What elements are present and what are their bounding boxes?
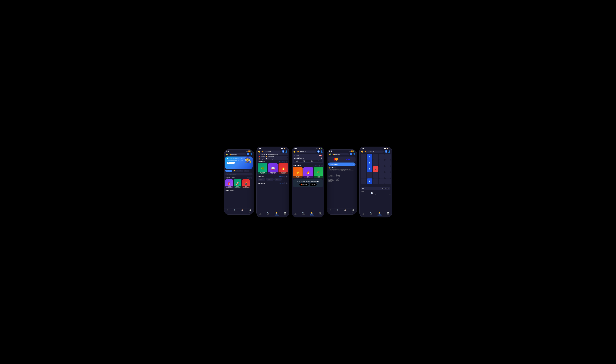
nav-sports-1[interactable]: ⚽ Sports (249, 209, 252, 213)
casino-item-5[interactable]: Game shows (328, 180, 335, 181)
mine-cell-19[interactable] (385, 172, 391, 178)
mine-cell-22[interactable] (373, 179, 378, 184)
provider-quickspin[interactable]: QUICKSPIN 44 Games (274, 178, 282, 181)
bonus-viewall[interactable]: View All (280, 161, 283, 162)
mine-cell-1[interactable]: 💎 (367, 154, 372, 160)
double-modifier-btn[interactable]: 2X (387, 188, 389, 189)
balance-pill-5[interactable]: 1.00320500 ▾ (364, 151, 384, 153)
prev-arrow-5[interactable]: ‹ (319, 165, 321, 167)
mine-cell-8[interactable] (379, 160, 385, 166)
search-bar-1[interactable]: 🔍 Search games (225, 173, 252, 175)
prev-arrow-4[interactable]: ‹ (283, 182, 285, 184)
casino-item-6[interactable]: Providers (328, 181, 335, 182)
table-games-viewall[interactable]: View All (315, 165, 318, 166)
avatar-icon-3[interactable]: 👤 (321, 150, 323, 153)
sports-item-4[interactable]: Rules (336, 179, 340, 180)
sports-item-5[interactable]: Bonuses (336, 180, 340, 181)
recent-item-1[interactable]: 🎮 Crazy Time 🃏 GoldenChipsGambling (258, 153, 288, 155)
google-pay-btn[interactable]: G G Pay (310, 183, 317, 186)
avatar-icon-2[interactable]: 👤 (285, 150, 288, 153)
original-games-viewall[interactable]: View All (244, 177, 248, 178)
provider-pragmatic[interactable]: PRAGMATIC 119 Games (258, 178, 265, 181)
recent-item-2[interactable]: 🍓 Fruit Party 👑 RoyalFlushKing (258, 156, 288, 158)
add-funds-button-2[interactable]: + (282, 150, 284, 153)
avatar-icon-1[interactable]: 👤 (250, 153, 252, 155)
sports-item-2[interactable]: Live sports (336, 176, 340, 177)
nav-search-2[interactable]: 🔍 Search (267, 212, 269, 216)
nav-menu-4[interactable]: ☰ Menu (329, 209, 332, 213)
game-card-mines[interactable]: 💣 Mines BitRoyale Originals (242, 179, 250, 188)
nav-search-4[interactable]: 🔍 Search (336, 209, 339, 213)
next-arrow-5[interactable]: › (321, 165, 323, 167)
mine-cell-3[interactable] (379, 154, 385, 160)
nav-menu-1[interactable]: ☰ Menu (226, 209, 228, 213)
game-card-roulette[interactable]: 🎯 Roullete BitRoyale Originals (225, 179, 233, 188)
casino-item-2[interactable]: Original games (328, 176, 335, 177)
nav-casino-3[interactable]: 🎰 Casino (310, 212, 314, 216)
mine-cell-23[interactable] (379, 179, 385, 184)
add-funds-button-1[interactable]: + (247, 153, 249, 156)
avatar-icon-5[interactable]: 👤 (388, 150, 391, 153)
add-funds-button-5[interactable]: + (385, 150, 387, 153)
prev-arrow-1[interactable]: ‹ (248, 177, 250, 179)
nav-sports-2[interactable]: ⚽ Sports (284, 212, 286, 216)
mine-cell-20[interactable] (361, 179, 366, 184)
live-sports-viewall[interactable]: View All (280, 183, 283, 184)
balance-pill-2[interactable]: 1.00320500 ▾ (261, 151, 281, 153)
bonus-card-book[interactable]: 📖 Book of Shadow Hazard City (268, 163, 278, 174)
provider-yggdrasil[interactable]: YGGDRASIL 22 Games (266, 178, 274, 181)
tab-popular[interactable]: ⭐ Popular (225, 170, 232, 172)
mine-cell-9[interactable] (385, 160, 391, 166)
nav-search-3[interactable]: 🔍 Search (302, 212, 305, 216)
game-card-tiki[interactable]: 🌴 TikiPop Yggdrasil (314, 167, 323, 178)
prev-arrow-3[interactable]: ‹ (283, 176, 285, 178)
nav-sports-4[interactable]: ⚽ Sports (352, 209, 354, 213)
mine-cell-0[interactable] (361, 154, 366, 160)
apple-pay-btn[interactable]: 🍎 Apple Pay (299, 183, 309, 186)
hero-readmore-button[interactable]: Read more › (227, 162, 235, 164)
bet-input-row[interactable]: 300 € ½ 2X (361, 187, 391, 190)
tab-live[interactable]: 📺 Live (244, 170, 249, 172)
game-card-inciner[interactable]: 🔥 Inciner Yggdrasil (303, 167, 313, 178)
mine-cell-13[interactable] (379, 166, 385, 172)
mine-cell-17[interactable] (373, 172, 378, 178)
casino-item-3[interactable]: Slots (328, 178, 335, 179)
odd-1[interactable]: 1 4.25 (294, 160, 301, 162)
nav-casino-1[interactable]: 🎰 Casino (240, 209, 244, 213)
nav-search-1[interactable]: 🔍 Search (233, 209, 236, 213)
nav-sports-5[interactable]: ⚽ Sports (387, 212, 389, 216)
odd-2[interactable]: 2 1.60 (308, 160, 315, 162)
mine-cell-7[interactable] (373, 160, 378, 166)
casino-item-1[interactable]: All Games (328, 175, 335, 176)
prev-arrow-2[interactable]: ‹ (283, 161, 285, 163)
balance-pill-1[interactable]: 1.00320500 ▾ (229, 153, 246, 155)
next-arrow-3[interactable]: › (286, 176, 288, 178)
nav-menu-2[interactable]: ☰ Menu (259, 212, 261, 216)
nav-search-5[interactable]: 🔍 Search (370, 212, 372, 216)
mine-cell-12[interactable]: 💣 (373, 166, 378, 172)
nav-casino-5[interactable]: 🎰 Casino (378, 212, 382, 216)
game-card-crash[interactable]: 🚀 Crash BitRoyale Originals (234, 179, 241, 188)
sports-item-1[interactable]: Sportsbook (336, 175, 340, 176)
next-arrow-2[interactable]: › (286, 161, 288, 163)
odd-draw[interactable]: Draw 3.75 (301, 160, 308, 162)
mine-cell-6[interactable]: 💎 (367, 160, 372, 166)
recent-item-3[interactable]: 🍊 Juicy Fruits 🎲 FortuneHighRoller (258, 158, 288, 160)
mine-cell-24[interactable] (385, 179, 391, 184)
balance-pill-3[interactable]: 1.00320500 ▾ (296, 151, 316, 153)
mine-cell-11[interactable]: 💎 (367, 166, 372, 172)
mine-cell-2[interactable] (373, 154, 378, 160)
mine-cell-4[interactable] (385, 154, 391, 160)
bonus-card-ways[interactable]: 🌿 Ways Hoarder Hazard City (258, 163, 267, 174)
add-funds-button-3[interactable]: + (317, 150, 320, 153)
expand-btn[interactable]: › (315, 160, 322, 162)
mine-cell-18[interactable] (379, 172, 385, 178)
half-modifier-btn[interactable]: ½ (384, 188, 386, 189)
nav-sports-3[interactable]: ⚽ Sports (319, 212, 322, 216)
mine-cell-5[interactable] (361, 160, 366, 166)
mines-slider-track[interactable] (361, 193, 391, 193)
mine-cell-15[interactable] (361, 172, 366, 178)
next-arrow-1[interactable]: › (250, 177, 252, 179)
sports-item-3[interactable]: Racing (336, 178, 340, 179)
casino-item-4[interactable]: Live casino (328, 179, 335, 180)
